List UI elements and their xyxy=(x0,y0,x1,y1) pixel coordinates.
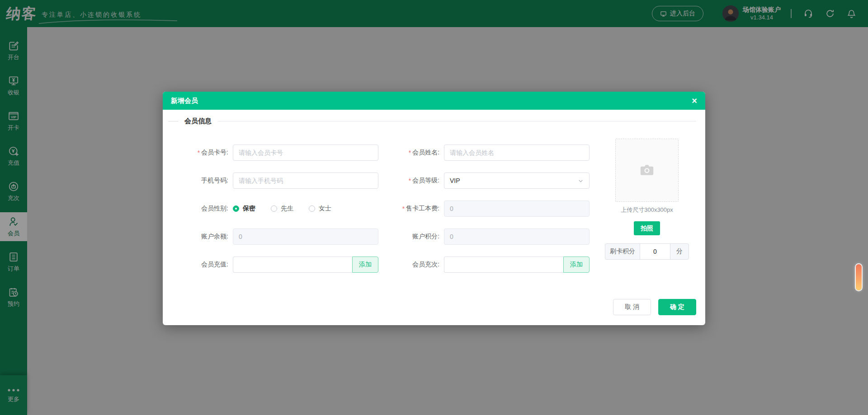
gender-radio-group: 保密 先生 女士 xyxy=(233,201,378,217)
recharge-times-group: 添加 xyxy=(444,256,590,273)
phone-label: 手机号码: xyxy=(172,177,228,185)
gender-radio-lady[interactable]: 女士 xyxy=(309,205,331,213)
camera-icon xyxy=(638,161,656,179)
swipe-points-label: 刷卡积分 xyxy=(605,244,640,259)
member-info-section-header: 会员信息 xyxy=(172,117,696,126)
take-photo-button[interactable]: 拍照 xyxy=(634,221,660,235)
recharge-input[interactable] xyxy=(233,256,352,273)
member-level-select[interactable]: VIP xyxy=(444,173,590,189)
points-input xyxy=(444,228,590,245)
gender-radio-secret[interactable]: 保密 xyxy=(233,205,255,213)
close-icon[interactable]: × xyxy=(692,96,697,105)
recharge-label: 会员充值: xyxy=(172,261,228,269)
phone-input[interactable] xyxy=(233,173,378,189)
photo-size-hint: 上传尺寸300x300px xyxy=(621,206,673,214)
gender-radio-mister[interactable]: 先生 xyxy=(271,205,293,213)
swipe-points-unit: 分 xyxy=(670,244,689,259)
section-title: 会员信息 xyxy=(184,117,212,126)
photo-panel: 上传尺寸300x300px 拍照 刷卡积分 分 xyxy=(605,139,689,260)
radio-dot xyxy=(271,205,277,212)
balance-input xyxy=(233,228,378,245)
card-no-input[interactable] xyxy=(233,145,378,161)
floating-widget-handle[interactable] xyxy=(856,264,862,290)
recharge-times-add-button[interactable]: 添加 xyxy=(563,256,590,273)
recharge-times-input[interactable] xyxy=(444,256,563,273)
section-divider-line xyxy=(218,121,696,121)
swipe-points-input[interactable] xyxy=(640,244,670,259)
modal-footer: 取 消 确 定 xyxy=(613,299,696,315)
points-label: 账户积分: xyxy=(383,233,439,241)
modal-body: 会员信息 *会员卡号: *会员姓名: 手机号码: *会员等级: VIP 会员性别… xyxy=(163,110,705,325)
card-fee-label: *售卡工本费: xyxy=(383,205,439,213)
swipe-points-group: 刷卡积分 分 xyxy=(605,243,689,260)
card-fee-input xyxy=(444,201,590,217)
recharge-group: 添加 xyxy=(233,256,378,273)
chevron-down-icon xyxy=(578,178,584,184)
cancel-button[interactable]: 取 消 xyxy=(613,299,651,315)
balance-label: 账户余额: xyxy=(172,233,228,241)
modal-header: 新增会员 × xyxy=(163,92,705,110)
member-name-label: *会员姓名: xyxy=(383,149,439,157)
confirm-button[interactable]: 确 定 xyxy=(658,299,696,315)
add-member-modal: 新增会员 × 会员信息 *会员卡号: *会员姓名: 手机号码: *会员等级: V… xyxy=(163,92,705,325)
radio-dot xyxy=(233,205,239,212)
modal-title: 新增会员 xyxy=(171,97,198,105)
member-level-value: VIP xyxy=(450,177,460,184)
member-level-label: *会员等级: xyxy=(383,177,439,185)
photo-upload-box[interactable] xyxy=(615,139,679,202)
section-dash xyxy=(168,121,178,121)
radio-dot xyxy=(309,205,315,212)
recharge-add-button[interactable]: 添加 xyxy=(352,256,378,273)
member-name-input[interactable] xyxy=(444,145,590,161)
recharge-times-label: 会员充次: xyxy=(383,261,439,269)
card-no-label: *会员卡号: xyxy=(172,149,228,157)
gender-label: 会员性别: xyxy=(172,205,228,213)
